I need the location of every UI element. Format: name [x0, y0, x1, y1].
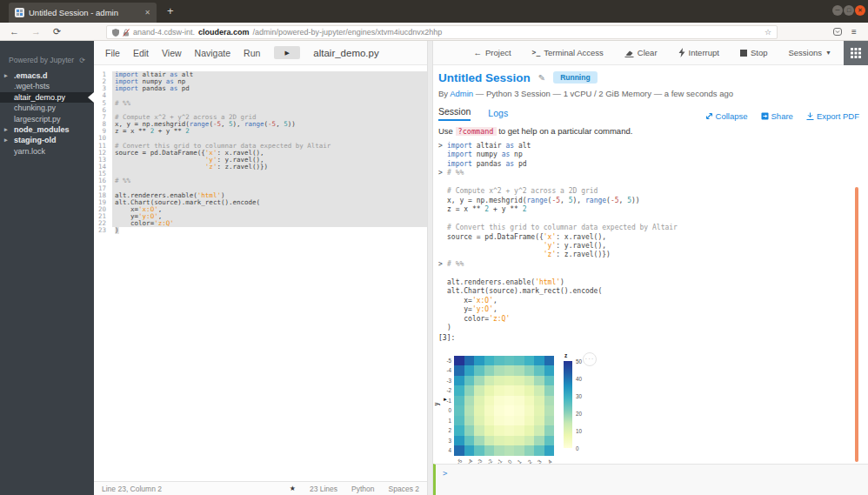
code-line-16[interactable]: 16# %%	[94, 177, 427, 184]
tab-close-icon[interactable]: ✕	[144, 9, 150, 17]
heatmap-cell	[484, 396, 495, 406]
apps-grid-button[interactable]	[844, 41, 868, 65]
export-pdf-button[interactable]: Export PDF	[806, 111, 859, 121]
code-line-23[interactable]: 23)	[94, 227, 427, 234]
browser-tab[interactable]: Untitled Session - admin ✕	[9, 3, 157, 23]
menu-file[interactable]: File	[105, 48, 120, 58]
legend-tick-label: 10	[576, 428, 582, 434]
console-indent	[438, 324, 447, 332]
scroll-indicator[interactable]	[855, 187, 858, 462]
sessions-dropdown[interactable]: Sessions▼	[789, 48, 832, 57]
y-tick-label: -1	[438, 396, 451, 406]
menu-navigate[interactable]: Navigate	[195, 48, 230, 58]
forward-icon[interactable]: →	[31, 27, 41, 37]
file-label: .wget-hsts	[14, 82, 50, 90]
sidebar-item-chunking-py[interactable]: chunking.py	[0, 103, 94, 113]
heatmap-cell	[524, 376, 535, 386]
menu-edit[interactable]: Edit	[133, 48, 149, 58]
code-line-15[interactable]: 15	[94, 171, 427, 177]
shield-icon[interactable]	[112, 29, 119, 37]
code-line-4[interactable]: 4	[94, 92, 427, 99]
pocket-icon[interactable]	[833, 28, 842, 38]
menu-view[interactable]: View	[162, 48, 182, 58]
y-tick-label: 0	[438, 405, 451, 416]
heatmap-cell	[514, 356, 524, 366]
console-indent	[438, 187, 447, 196]
sidebar-item-node-modules[interactable]: ▸node_modules	[0, 124, 94, 135]
edit-pencil-icon[interactable]: ✎	[538, 73, 545, 83]
tab-logs[interactable]: Logs	[488, 108, 508, 121]
heatmap-cell	[504, 356, 515, 366]
back-icon[interactable]: ←	[10, 27, 19, 37]
menu-run[interactable]: Run	[244, 48, 260, 58]
console-indent	[438, 305, 447, 314]
session-title: Untitled Session	[438, 71, 531, 84]
new-tab-button[interactable]: +	[167, 4, 174, 17]
code-line-3[interactable]: 3import pandas as pd	[94, 85, 427, 92]
heatmap-cell	[474, 365, 484, 376]
project-button[interactable]: ←Project	[474, 48, 511, 57]
sidebar-item-emacs-d[interactable]: ▸.emacs.d	[0, 70, 94, 81]
browser-tab-bar: Untitled Session - admin ✕ + ─ □ ✕	[0, 0, 868, 23]
heatmap-cell	[514, 396, 524, 406]
heatmap-cell	[494, 425, 504, 436]
console-line-2: import numpy as np	[438, 151, 859, 159]
cdsw-app: Powered by Jupyter ⟳ ▸.emacs.d.wget-hsts…	[0, 41, 868, 495]
reload-icon[interactable]: ⟳	[53, 27, 61, 37]
window-minimize-button[interactable]: ─	[832, 5, 843, 16]
share-button[interactable]: Share	[761, 111, 793, 121]
sidebar-item-altair-demo-py[interactable]: altair_demo.py	[0, 92, 94, 103]
console-line-18: x='x:O',	[438, 297, 859, 305]
sidebar-item-largescript-py[interactable]: largescript.py	[0, 114, 94, 124]
chart-options-button[interactable]: ···	[583, 352, 597, 366]
heatmap-plot	[454, 356, 554, 456]
bookmark-star-icon[interactable]: ☆	[765, 28, 771, 37]
heatmap-cell	[514, 416, 524, 426]
collapse-button[interactable]: Collapse	[705, 111, 748, 121]
legend-tick-label: 0	[576, 445, 579, 452]
window-maximize-button[interactable]: □	[844, 5, 854, 16]
collapse-icon	[705, 112, 713, 120]
stop-button[interactable]: Stop	[740, 48, 768, 57]
url-field[interactable]: anand-4.cdsw-int.cloudera.com/admin/powe…	[106, 25, 778, 39]
console-input[interactable]: >	[433, 464, 868, 495]
sidebar-item-staging-old[interactable]: ▸staging-old	[0, 135, 94, 145]
console-line-3: import pandas as pd	[438, 160, 859, 169]
heatmap-cell	[454, 445, 464, 456]
window-close-button[interactable]: ✕	[855, 5, 865, 16]
y-tick-label: 4	[438, 445, 451, 456]
indent-setting[interactable]: Spaces 2	[389, 485, 419, 493]
tab-session[interactable]: Session	[438, 106, 471, 121]
favorite-star-icon[interactable]: ★	[290, 485, 296, 492]
heatmap-cell	[484, 365, 495, 376]
sidebar-item-yarn-lock[interactable]: yarn.lock	[0, 146, 94, 157]
code-line-5[interactable]: 5# %%	[94, 100, 427, 107]
sidebar-item-wget-hsts[interactable]: .wget-hsts	[0, 81, 94, 91]
heatmap-cell	[514, 436, 524, 446]
heatmap-cell	[504, 396, 515, 406]
heatmap-cell	[484, 436, 495, 446]
heatmap-cell	[524, 405, 535, 416]
code-line-9[interactable]: 9z = x ** 2 + y ** 2	[94, 128, 427, 135]
language-mode[interactable]: Python	[351, 485, 374, 493]
heatmap-cell	[474, 416, 484, 426]
open-file-title: altair_demo.py	[281, 48, 411, 58]
user-link[interactable]: Admin	[450, 89, 473, 98]
code-line-22[interactable]: 22 color='z:Q'	[94, 220, 427, 227]
heatmap-cell	[474, 405, 484, 416]
code-line-14[interactable]: 14 'z': z.ravel()})	[94, 164, 427, 171]
refresh-icon[interactable]: ⟳	[79, 57, 85, 64]
url-host: cloudera.com	[198, 28, 250, 37]
panel-divider[interactable]	[427, 41, 433, 495]
heatmap-cell	[464, 396, 475, 406]
help-command-code: ?command	[456, 127, 497, 136]
code-editor[interactable]: 1import altair as alt2import numpy as np…	[94, 65, 427, 481]
lock-icon[interactable]	[123, 29, 130, 37]
share-icon	[761, 112, 769, 120]
clear-button[interactable]: Clear	[624, 48, 658, 57]
interrupt-button[interactable]: Interrupt	[678, 48, 719, 57]
heatmap-cell	[494, 416, 504, 426]
heatmap-cell	[524, 436, 535, 446]
terminal-access-button[interactable]: >_Terminal Access	[532, 48, 604, 57]
menu-icon[interactable]: ≡	[851, 27, 857, 37]
